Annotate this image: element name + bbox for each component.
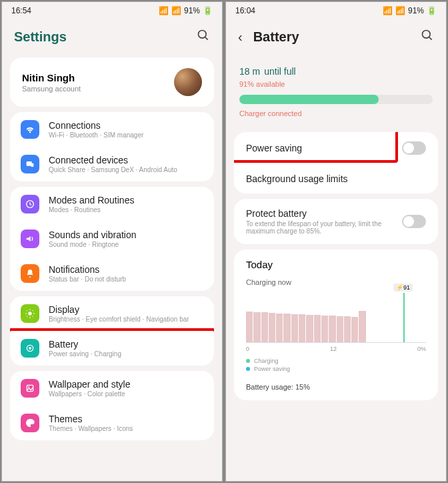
battery-summary: 18 m until full 91% available Charger co… [226,52,446,127]
svg-point-0 [199,31,207,39]
legend-item: Charging [246,358,426,364]
protect-battery-row[interactable]: Protect battery To extend the lifespan o… [234,199,438,244]
chart-bar [306,315,313,342]
settings-item-wallpaper-and-style[interactable]: Wallpaper and styleWallpapers · Color pa… [10,371,214,406]
chart-bar [269,313,275,342]
chart-x-labels: 0 12 0% [246,346,426,352]
chart-bar [283,314,290,342]
devices-icon [21,155,39,173]
protect-battery-card: Protect battery To extend the lifespan o… [234,199,438,244]
battery-icon: 🔋 [427,6,437,15]
svg-rect-3 [31,163,33,167]
settings-item-display[interactable]: DisplayBrightness · Eye comfort shield ·… [10,296,214,331]
chart-bar [329,316,335,342]
battery-icon: 🔋 [203,6,213,15]
account-name: Nitin Singh [22,72,81,83]
svg-point-9 [28,386,29,388]
page-title: Settings [14,29,67,45]
page-title: Battery [253,29,299,45]
time-until-full: 18 m until full [239,61,433,79]
svg-point-10 [423,31,431,39]
search-icon[interactable] [197,29,210,45]
account-card[interactable]: Nitin Singh Samsung account [10,57,214,107]
themes-icon [21,414,39,432]
chart-bar [321,316,328,342]
wifi-icon: 📶 [383,6,393,15]
power-saving-row[interactable]: Power saving [234,132,438,164]
header: Settings [2,19,222,52]
battery-usage-text: Battery usage: 15% [246,383,426,391]
settings-screen: 16:54 📶 📶 91% 🔋 Settings Nitin Singh Sam… [1,1,223,482]
settings-item-notifications[interactable]: NotificationsStatus bar · Do not disturb [10,256,214,291]
chart-bar [299,314,305,342]
usage-chart: ⚡91 [246,293,426,343]
battery-pct: 91% [184,6,200,15]
settings-item-connections[interactable]: ConnectionsWi-Fi · Bluetooth · SIM manag… [10,112,214,147]
chart-legend: ChargingPower saving [246,358,426,372]
display-icon [21,304,39,323]
chart-bar [291,314,298,342]
modes-icon [21,195,39,213]
signal-icon: 📶 [171,6,181,15]
status-bar: 16:04 📶 📶 91% 🔋 [226,2,446,19]
settings-item-connected-devices[interactable]: Connected devicesQuick Share · Samsung D… [10,147,214,181]
wallpaper-icon [21,379,39,398]
power-options-card: Power saving Background usage limits [234,132,438,193]
today-title: Today [246,259,426,270]
chart-bar [337,316,343,342]
signal-icon: 📶 [395,6,405,15]
chart-bar [344,316,351,342]
svg-line-11 [429,37,432,40]
wifi-icon: 📶 [159,6,169,15]
settings-item-themes[interactable]: ThemesThemes · Wallpapers · Icons [10,406,214,440]
chart-bar [359,311,365,342]
header: ‹ Battery [226,19,446,52]
legend-item: Power saving [246,366,426,372]
chart-bar [276,314,283,343]
back-button[interactable]: ‹ [238,29,243,45]
chart-bar [351,317,358,342]
search-icon[interactable] [421,29,434,45]
chart-bar [246,312,253,342]
status-time: 16:04 [235,6,255,15]
chart-badge: ⚡91 [393,284,413,292]
svg-line-1 [205,37,208,40]
battery-progress [239,95,433,104]
battery-screen: 16:04 📶 📶 91% 🔋 ‹ Battery 18 m until ful… [225,1,447,482]
chart-bar [253,312,260,342]
wifi-icon [21,120,39,139]
settings-item-battery[interactable]: BatteryPower saving · Charging [10,328,214,366]
chart-bar [261,312,268,342]
svg-point-7 [29,347,31,350]
settings-item-sounds-and-vibration[interactable]: Sounds and vibrationSound mode · Rington… [10,221,214,256]
status-bar: 16:54 📶 📶 91% 🔋 [2,2,222,19]
svg-point-5 [28,312,31,315]
notif-icon [21,264,39,283]
chart-current-line [403,293,405,342]
avatar [174,68,202,96]
protect-battery-toggle[interactable] [402,215,426,228]
power-saving-toggle[interactable] [402,141,426,155]
today-card[interactable]: Today Charging now ⚡91 0 12 0% ChargingP… [234,250,438,400]
account-sub: Samsung account [22,85,81,93]
battery-pct: 91% [408,6,424,15]
charger-status: Charger connected [239,109,433,117]
chart-bar [314,315,321,342]
sound-icon [21,229,39,248]
status-time: 16:54 [11,6,31,15]
battery-icon [21,339,39,358]
bg-usage-row[interactable]: Background usage limits [234,164,438,193]
settings-item-modes-and-routines[interactable]: Modes and RoutinesModes · Routines [10,187,214,221]
battery-available: 91% available [239,80,433,88]
